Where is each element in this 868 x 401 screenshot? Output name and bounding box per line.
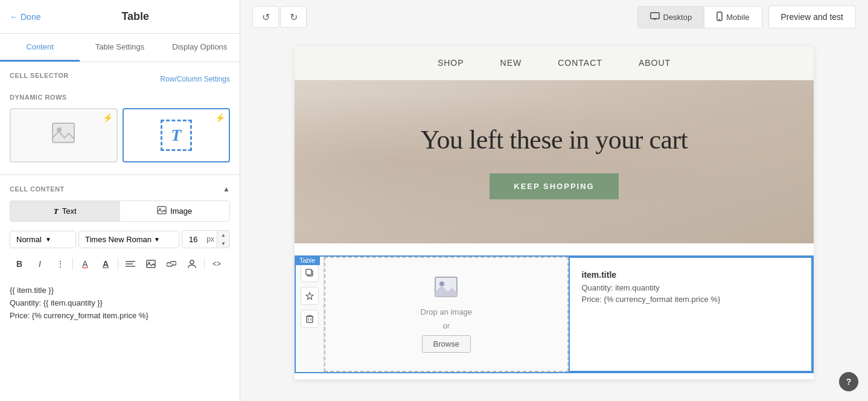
svg-point-9 — [190, 260, 194, 264]
table-left-actions — [296, 257, 324, 372]
italic-btn[interactable]: I — [30, 254, 49, 274]
done-button[interactable]: ← Done — [10, 12, 40, 22]
cell-selector-label: CELL SELECTOR — [10, 72, 69, 79]
dynamic-row-text-option[interactable]: ⚡ T — [123, 108, 231, 162]
separator-3 — [204, 258, 205, 270]
lightning-icon-2: ⚡ — [215, 113, 225, 123]
image-type-icon — [157, 206, 167, 216]
redo-btn[interactable]: ↻ — [280, 6, 307, 28]
bold-btn[interactable]: B — [10, 254, 29, 274]
collapse-chevron[interactable]: ▲ — [223, 185, 230, 193]
font-size-up[interactable]: ▲ — [217, 231, 229, 239]
undo-redo-group: ↺ ↻ — [252, 6, 307, 28]
editor-line-1: {{ item.title }} — [10, 284, 230, 297]
editor-line-3: Price: {% currency_format item.price %} — [10, 310, 230, 322]
preview-test-btn[interactable]: Preview and test — [768, 5, 857, 28]
dynamic-rows-label: DYNAMIC ROWS — [10, 94, 230, 101]
right-panel: ↺ ↻ Desktop Mobile Preview and test — [240, 0, 868, 401]
image-type-label: Image — [170, 207, 192, 216]
email-nav: SHOP NEW CONTACT ABOUT — [295, 46, 814, 80]
browse-btn[interactable]: Browse — [422, 335, 471, 353]
tab-content[interactable]: Content — [0, 34, 80, 62]
text-type-btn[interactable]: T Text — [10, 201, 120, 221]
text-type-label: Text — [62, 207, 77, 216]
code-btn[interactable]: <> — [207, 254, 226, 274]
drop-image-icon — [434, 276, 458, 303]
image-insert-btn[interactable] — [141, 254, 161, 274]
svg-rect-0 — [53, 123, 74, 143]
font-chevron-icon: ▼ — [154, 236, 160, 243]
table-copy-btn[interactable] — [301, 264, 319, 282]
hero-title: You left these in your cart — [421, 124, 688, 156]
dynamic-row-image-option[interactable]: ⚡ — [10, 108, 118, 162]
drop-image-or: or — [442, 321, 450, 330]
undo-btn[interactable]: ↺ — [252, 6, 279, 28]
table-cell-image[interactable]: Drop an image or Browse — [324, 257, 569, 372]
text-type-icon: T — [54, 207, 59, 216]
font-size-down[interactable]: ▼ — [217, 239, 229, 248]
drop-image-text: Drop an image — [421, 307, 472, 316]
row-column-settings-link[interactable]: Row/Column Settings — [161, 75, 230, 83]
mobile-icon — [716, 11, 723, 23]
text-placeholder-icon: T — [161, 120, 192, 151]
mobile-label: Mobile — [726, 13, 749, 22]
link-btn[interactable] — [162, 254, 181, 274]
hero-section: You left these in your cart KEEP SHOPPIN… — [295, 80, 814, 243]
desktop-view-btn[interactable]: Desktop — [638, 7, 704, 28]
table-star-btn[interactable] — [301, 287, 319, 305]
cell-selector-header: CELL SELECTOR Row/Column Settings — [10, 72, 230, 86]
panel-tabs: Content Table Settings Display Options — [0, 34, 240, 62]
canvas: SHOP NEW CONTACT ABOUT You left these in… — [240, 34, 868, 401]
font-name-label: Times New Roman — [85, 235, 152, 244]
tab-display-options[interactable]: Display Options — [160, 34, 240, 62]
done-label: Done — [21, 12, 40, 22]
separator-1 — [72, 258, 73, 270]
cell-item-title: item.title — [582, 270, 800, 280]
font-size-arrows: ▲ ▼ — [217, 231, 229, 248]
font-size-input[interactable] — [182, 231, 204, 248]
nav-contact: CONTACT — [558, 58, 602, 68]
font-name-select[interactable]: Times New Roman ▼ — [78, 231, 179, 248]
format-toolbar: B I ⋮ A A <> — [10, 254, 230, 274]
font-size-container: px ▲ ▼ — [182, 230, 230, 248]
nav-about: ABOUT — [639, 58, 671, 68]
cell-item-quantity: Quantity: item.quantity — [582, 283, 800, 292]
person-btn[interactable] — [182, 254, 202, 274]
svg-point-14 — [719, 19, 720, 20]
nav-shop: SHOP — [438, 58, 464, 68]
left-panel: ← Done Table Content Table Settings Disp… — [0, 0, 240, 401]
text-style-label: Normal — [16, 235, 42, 244]
desktop-label: Desktop — [663, 13, 692, 22]
text-color-btn[interactable]: A — [75, 254, 95, 274]
table-container: Drop an image or Browse item.title Quant… — [295, 255, 814, 373]
tab-table-settings[interactable]: Table Settings — [80, 34, 159, 62]
panel-title: Table — [40, 10, 230, 23]
lightning-icon-1: ⚡ — [103, 113, 113, 123]
table-cell-text[interactable]: item.title Quantity: item.quantity Price… — [569, 257, 813, 372]
align-btn[interactable] — [121, 254, 140, 274]
image-type-btn[interactable]: Image — [120, 201, 230, 221]
panel-header: ← Done Table — [0, 0, 240, 34]
nav-new: NEW — [500, 58, 522, 68]
svg-rect-21 — [308, 315, 311, 316]
top-bar: ↺ ↻ Desktop Mobile Preview and test — [240, 0, 868, 34]
svg-rect-16 — [306, 269, 311, 275]
separator-2 — [118, 258, 118, 270]
email-preview: SHOP NEW CONTACT ABOUT You left these in… — [295, 46, 814, 379]
text-content-area[interactable]: {{ item.title }} Quantity: {{ item.quant… — [10, 282, 230, 330]
font-toolbar: Normal ▼ Times New Roman ▼ px ▲ ▼ — [10, 230, 230, 248]
table-badge: Table — [295, 255, 320, 265]
help-btn[interactable]: ? — [839, 372, 858, 391]
table-cells: Drop an image or Browse item.title Quant… — [324, 257, 812, 372]
table-delete-btn[interactable] — [301, 310, 319, 328]
text-style-select[interactable]: Normal ▼ — [10, 231, 76, 248]
editor-line-2: Quantity: {{ item.quantity }} — [10, 297, 230, 310]
bg-color-btn[interactable]: A — [96, 254, 115, 274]
image-placeholder-icon — [51, 122, 75, 149]
cell-content-label: CELL CONTENT — [10, 185, 65, 193]
divider — [0, 175, 240, 175]
cta-button[interactable]: KEEP SHOPPING — [490, 173, 618, 199]
more-btn[interactable]: ⋮ — [51, 254, 70, 274]
mobile-view-btn[interactable]: Mobile — [704, 7, 761, 28]
desktop-icon — [650, 12, 660, 22]
